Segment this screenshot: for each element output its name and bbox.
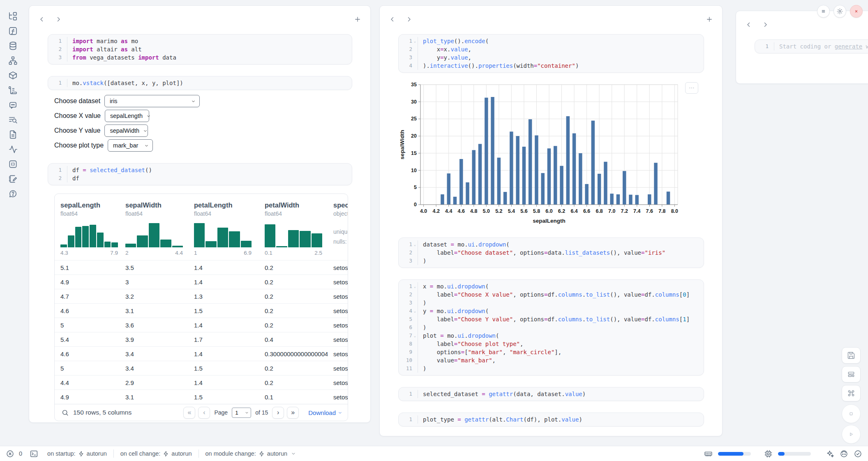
- column-header-species[interactable]: speciesobjectunique:nulls:: [328, 201, 348, 256]
- new-cell-editor[interactable]: 1 Start coding or generate with: [755, 39, 868, 53]
- table-row[interactable]: 4.73.21.30.2setosa: [55, 289, 348, 303]
- activity-sidebar: [0, 12, 25, 198]
- error-indicator[interactable]: 0: [6, 449, 22, 458]
- page-select[interactable]: 1: [232, 408, 251, 418]
- table-row[interactable]: 5.13.51.40.2setosa: [55, 260, 348, 274]
- cell-code-editor[interactable]: 1mo.vstack([dataset, x, y, plot]): [48, 76, 352, 90]
- cell-code-editor[interactable]: 1df = selected_dataset()2df: [48, 163, 352, 185]
- altair-bar-chart[interactable]: 051015202530354.04.24.44.64.85.05.25.45.…: [398, 78, 704, 226]
- error-count: 0: [19, 450, 22, 457]
- assistant-icon[interactable]: [840, 449, 848, 458]
- save-button[interactable]: [842, 347, 861, 364]
- column-1-header: [29, 6, 370, 32]
- generate-with-ai-link[interactable]: generate: [835, 43, 862, 50]
- chevron-left-icon[interactable]: [745, 21, 753, 28]
- chevron-left-icon[interactable]: [389, 16, 396, 23]
- sidebar-scratchpad-icon[interactable]: [8, 174, 18, 184]
- chevron-right-icon[interactable]: [762, 21, 769, 28]
- table-row[interactable]: 4.42.91.40.2setosa: [55, 375, 348, 390]
- sidebar-function-icon[interactable]: [8, 26, 18, 36]
- sidebar-file-text-icon[interactable]: [8, 130, 18, 139]
- cell-code-editor[interactable]: 1selected_dataset = getattr(data, datase…: [398, 387, 704, 401]
- on-module-change-setting[interactable]: on module change: autorun: [205, 450, 297, 457]
- add-cell-button[interactable]: [354, 16, 361, 23]
- table-row[interactable]: 4.63.41.40.30000000000000004setosa: [55, 346, 348, 361]
- sidebar-help-icon[interactable]: [8, 189, 18, 198]
- first-page-button[interactable]: «: [183, 407, 195, 419]
- svg-text:20: 20: [411, 133, 417, 139]
- cell-code-editor[interactable]: 1⌄dataset = mo.ui.dropdown(2 label="Choo…: [398, 237, 704, 268]
- table-row[interactable]: 4.63.11.50.2setosa: [55, 303, 348, 318]
- sidebar-chat-bot-icon[interactable]: [8, 100, 18, 110]
- prev-page-button[interactable]: ‹: [198, 407, 210, 419]
- notebook-cell: 1⌄dataset = mo.ui.dropdown(2 label="Choo…: [398, 237, 704, 268]
- table-footer: 150 rows, 5 columns«‹Page1of 15›»Downloa…: [55, 404, 348, 421]
- last-page-button[interactable]: »: [287, 407, 299, 419]
- search-icon[interactable]: [61, 409, 69, 417]
- notebook-cell: 1⌄plot_type().encode(2 x=x.value,3 y=y.v…: [398, 34, 704, 226]
- cell-code-editor[interactable]: 1⌄x = mo.ui.dropdown(2 label="Choose X v…: [398, 279, 704, 376]
- dropdown-choose-y-value[interactable]: sepalWidth: [104, 124, 148, 137]
- terminal-icon[interactable]: [30, 449, 38, 458]
- table-row[interactable]: 53.41.50.2setosa: [55, 361, 348, 375]
- sidebar-snippets-icon[interactable]: [8, 159, 18, 169]
- keyboard-shortcuts-button[interactable]: [842, 385, 861, 401]
- download-button[interactable]: Download: [308, 409, 343, 416]
- chevron-right-icon[interactable]: [55, 16, 62, 23]
- sidebar-activity-icon[interactable]: [8, 145, 18, 154]
- chart-actions-menu-button[interactable]: [685, 82, 698, 94]
- cpu-icon: [764, 449, 773, 458]
- svg-text:4.8: 4.8: [470, 208, 477, 214]
- menu-button[interactable]: [817, 5, 830, 18]
- command-icon: [847, 389, 855, 397]
- cell-code-editor[interactable]: 1plot_type = getattr(alt.Chart(df), plot…: [398, 413, 704, 426]
- table-row[interactable]: 5.43.91.70.4setosa: [55, 332, 348, 346]
- sidebar-file-tree-icon[interactable]: [8, 12, 18, 21]
- sidebar-package-icon[interactable]: [8, 71, 18, 80]
- add-cell-button[interactable]: [706, 16, 713, 23]
- table-row[interactable]: 4.93.11.50.1setosa: [55, 390, 348, 404]
- on-cell-change-label: on cell change:: [120, 450, 161, 457]
- run-button[interactable]: [842, 425, 861, 444]
- svg-text:sepalLength: sepalLength: [533, 218, 566, 224]
- settings-button[interactable]: [833, 5, 846, 18]
- svg-text:7.6: 7.6: [646, 208, 653, 214]
- connection-status-icon[interactable]: [854, 449, 862, 458]
- close-button[interactable]: [850, 5, 863, 18]
- column-header-petalLength[interactable]: petalLengthfloat6416.9: [188, 201, 259, 256]
- ai-sparkles-icon[interactable]: [826, 449, 834, 458]
- next-page-button[interactable]: ›: [272, 407, 284, 419]
- table-row[interactable]: 4.931.40.2setosa: [55, 274, 348, 289]
- on-startup-setting[interactable]: on startup: autorun: [47, 450, 107, 457]
- gear-icon: [836, 8, 843, 15]
- notebook-cell: 1import marimo as mo2import altair as al…: [48, 34, 352, 65]
- svg-text:6.8: 6.8: [596, 208, 603, 214]
- column-header-sepalLength[interactable]: sepalLengthfloat644.37.9: [55, 201, 120, 256]
- sidebar-dep-graph-icon[interactable]: [8, 56, 18, 65]
- dropdown-choose-x-value[interactable]: sepalLength: [105, 110, 149, 122]
- dropdown-choose-plot-type[interactable]: mark_bar: [108, 139, 153, 152]
- layout-toggle-button[interactable]: [842, 366, 861, 383]
- sidebar-database-icon[interactable]: [8, 41, 18, 51]
- notebook-column-1: 1import marimo as mo2import altair as al…: [29, 5, 371, 423]
- chevron-left-icon[interactable]: [38, 16, 46, 23]
- svg-text:4.0: 4.0: [420, 208, 427, 214]
- sidebar-doc-search-icon[interactable]: [8, 115, 18, 124]
- svg-text:7.4: 7.4: [633, 208, 640, 214]
- chevron-right-icon[interactable]: [405, 16, 413, 23]
- on-cell-change-setting[interactable]: on cell change: autorun: [120, 450, 192, 457]
- control-row: Choose X valuesepalLength: [54, 110, 352, 122]
- layout-icon: [847, 370, 855, 378]
- column-header-petalWidth[interactable]: petalWidthfloat640.12.5: [259, 201, 328, 256]
- cell-code-editor[interactable]: 1import marimo as mo2import altair as al…: [48, 34, 352, 65]
- sidebar-scroll-icon[interactable]: [8, 85, 18, 95]
- column-header-sepalWidth[interactable]: sepalWidthfloat6424.4: [120, 201, 188, 256]
- svg-text:10: 10: [411, 168, 417, 173]
- dropdown-choose-dataset[interactable]: iris: [104, 95, 200, 107]
- svg-text:4.2: 4.2: [432, 208, 439, 214]
- cell-code-editor[interactable]: 1⌄plot_type().encode(2 x=x.value,3 y=y.v…: [398, 34, 704, 73]
- svg-text:6.0: 6.0: [545, 208, 552, 214]
- page-label: Page: [214, 409, 228, 416]
- stop-button[interactable]: [842, 404, 861, 423]
- table-row[interactable]: 53.61.40.2setosa: [55, 318, 348, 332]
